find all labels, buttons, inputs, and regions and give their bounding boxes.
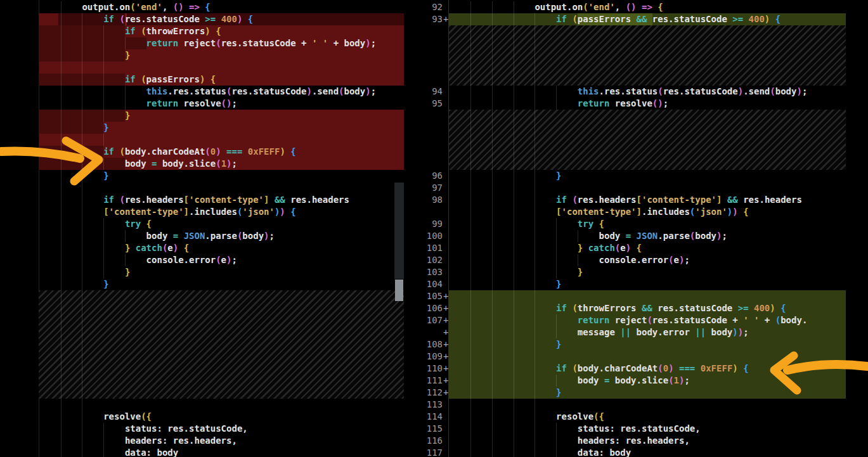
code-token: resolve: [556, 411, 593, 422]
code-token: message: [578, 327, 620, 337]
indent-guide: [514, 351, 514, 363]
code-line[interactable]: 114resolve({: [0, 411, 868, 423]
code-line[interactable]: 108+}: [0, 338, 868, 351]
code-token: body.slice: [609, 375, 668, 385]
code-text: data: body: [578, 447, 631, 457]
code-token: res.headers: [578, 195, 637, 205]
code-token: >=: [738, 303, 749, 313]
added-line-background: [449, 387, 846, 399]
code-token: body: [775, 86, 797, 96]
indent-guide: [492, 230, 493, 242]
code-line[interactable]: 107+return reject(res.statusCode + ' ' +…: [0, 314, 868, 326]
indent-guide: [470, 387, 471, 399]
indent-guide: [492, 86, 493, 98]
indent-guide: [534, 326, 535, 338]
indent-guide: [556, 98, 557, 110]
code-line[interactable]: 98if (res.headers['content-type'] && res…: [0, 194, 868, 206]
indent-guide: [470, 399, 471, 411]
code-line[interactable]: 95return resolve();: [0, 98, 868, 110]
indent-guide: [556, 435, 557, 447]
indent-guide: [492, 399, 493, 411]
line-number: 108: [405, 338, 443, 351]
code-line[interactable]: 96}: [0, 170, 868, 182]
line-number: 104: [405, 278, 443, 290]
code-line[interactable]: 101} catch(e) {: [0, 242, 868, 254]
indent-guide: [492, 218, 493, 230]
indent-guide: [492, 266, 493, 278]
code-token: (: [657, 363, 663, 373]
code-line[interactable]: 100body = JSON.parse(body);: [0, 230, 868, 242]
code-line[interactable]: 112+}: [0, 387, 868, 399]
indent-guide: [534, 194, 535, 206]
indent-guide: [534, 387, 535, 399]
code-token: {: [743, 363, 748, 373]
indent-guide: [514, 302, 514, 314]
line-number: 100: [405, 230, 443, 242]
code-text: headers: res.headers,: [578, 435, 690, 447]
indent-guide: [470, 447, 471, 457]
code-line[interactable]: 93+if (passErrors && res.statusCode >= 4…: [0, 13, 868, 25]
code-line[interactable]: 94this.res.status(res.statusCode).send(b…: [0, 86, 868, 98]
code-line[interactable]: +message || body.error || body));: [0, 326, 868, 338]
code-token: {: [637, 243, 642, 253]
added-line-plus-sign: +: [443, 387, 448, 399]
code-token: (: [572, 14, 577, 24]
indent-guide: [470, 266, 471, 278]
code-token: 'content-type': [642, 195, 716, 205]
code-token: if: [556, 14, 567, 24]
code-token: [722, 195, 727, 205]
code-line[interactable]: 110+if (body.charCodeAt(0) === 0xFEFF) {: [0, 363, 868, 375]
code-line[interactable]: 113: [0, 399, 868, 411]
code-token: (: [572, 303, 577, 313]
code-line[interactable]: 106+if (throwErrors && res.statusCode >=…: [0, 302, 868, 314]
indent-guide: [492, 1, 493, 13]
code-line[interactable]: ['content-type'].includes('json')) {: [0, 206, 868, 218]
code-line[interactable]: 111+body = body.slice(1);: [0, 375, 868, 387]
code-token: ,: [615, 2, 626, 12]
code-token: &&: [642, 303, 652, 313]
code-token: .parse: [657, 231, 690, 241]
indent-guide: [556, 254, 557, 266]
code-line[interactable]: 116headers: res.headers,: [0, 435, 868, 447]
code-token: passErrors: [578, 14, 637, 24]
code-line[interactable]: 99try {: [0, 218, 868, 230]
indent-guide: [470, 230, 471, 242]
indent-guide: [534, 206, 535, 218]
code-token: ||: [695, 327, 706, 337]
code-line[interactable]: 103}: [0, 266, 868, 278]
indent-guide: [514, 206, 514, 218]
code-token: (): [626, 2, 637, 12]
indent-guide: [514, 1, 514, 13]
indent-guide: [534, 314, 535, 326]
code-token: resolve: [609, 98, 652, 108]
code-line[interactable]: 104}: [0, 278, 868, 290]
added-line-plus-sign: +: [443, 314, 448, 326]
indent-guide: [534, 423, 535, 435]
code-line[interactable]: 117data: body: [0, 447, 868, 457]
indent-guide: [534, 170, 535, 182]
indent-guide: [470, 218, 471, 230]
code-token: [738, 207, 743, 217]
indent-guide: [514, 290, 514, 302]
code-token: [770, 14, 775, 24]
code-token: 'content-type': [562, 207, 637, 217]
code-token: 0: [663, 363, 668, 373]
code-line[interactable]: 115status: res.statusCode,: [0, 423, 868, 435]
code-line[interactable]: 92output.on('end', () => {: [0, 1, 868, 13]
line-number: 102: [405, 254, 443, 266]
code-line[interactable]: 97: [0, 182, 868, 194]
indent-guide: [514, 399, 514, 411]
code-token: JSON: [637, 231, 658, 241]
code-token: {: [781, 303, 786, 313]
code-line[interactable]: 105+: [0, 290, 868, 302]
added-line-plus-sign: +: [443, 326, 448, 338]
code-token: }: [556, 387, 561, 397]
indent-guide: [470, 206, 471, 218]
code-line[interactable]: 109+: [0, 351, 868, 363]
indent-guide: [470, 170, 471, 182]
code-line[interactable]: 102console.error(e);: [0, 254, 868, 266]
indent-guide: [492, 302, 493, 314]
code-token: if: [556, 363, 567, 373]
code-token: if: [556, 303, 567, 313]
code-token: ||: [620, 327, 631, 337]
